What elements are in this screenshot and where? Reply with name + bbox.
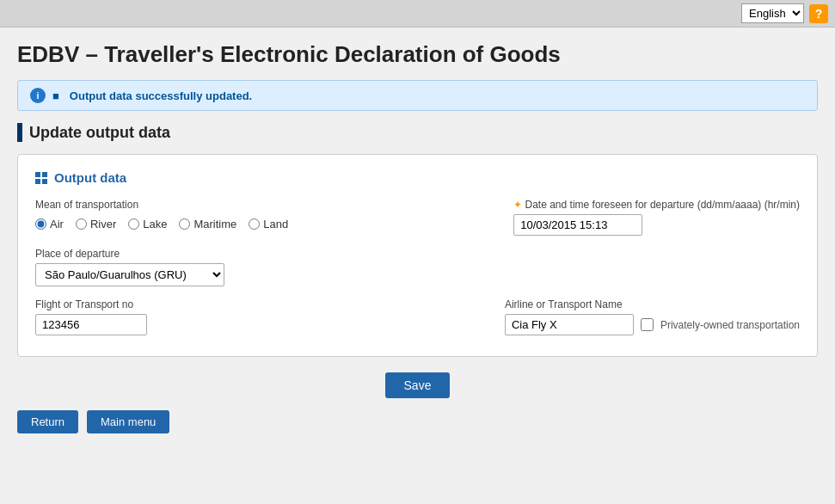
info-icon: i bbox=[30, 88, 46, 103]
success-banner: i ■ Output data successfully updated. bbox=[17, 80, 818, 111]
transportation-options: Air River Lake Maritime bbox=[35, 218, 288, 230]
radio-air[interactable]: Air bbox=[35, 218, 64, 230]
output-data-card: Output data Mean of transportation Air R… bbox=[17, 154, 818, 357]
section-heading: Update output data bbox=[17, 123, 818, 142]
save-row: Save bbox=[17, 372, 818, 398]
card-title: Output data bbox=[35, 170, 800, 185]
help-button[interactable]: ? bbox=[809, 4, 828, 23]
main-container: EDBV – Traveller's Electronic Declaratio… bbox=[0, 28, 835, 504]
place-group: Place of departure São Paulo/Guarulhos (… bbox=[35, 248, 800, 286]
place-select[interactable]: São Paulo/Guarulhos (GRU) bbox=[35, 263, 224, 286]
transportation-group: Mean of transportation Air River Lake bbox=[35, 199, 288, 230]
page-title: EDBV – Traveller's Electronic Declaratio… bbox=[17, 41, 818, 68]
save-button[interactable]: Save bbox=[385, 372, 451, 398]
top-bar: English ? bbox=[0, 0, 835, 28]
language-select[interactable]: English bbox=[741, 3, 804, 23]
flight-label: Flight or Transport no bbox=[35, 298, 147, 310]
section-title: Update output data bbox=[29, 124, 170, 142]
airline-input[interactable] bbox=[505, 314, 634, 335]
success-message: Output data successfully updated. bbox=[70, 89, 252, 102]
private-label: Privately-owned transportation bbox=[660, 319, 800, 331]
place-label: Place of departure bbox=[35, 248, 800, 260]
transportation-label: Mean of transportation bbox=[35, 199, 288, 211]
return-button[interactable]: Return bbox=[17, 410, 78, 433]
date-label: ✦ Date and time foreseen for departure (… bbox=[513, 199, 800, 211]
main-menu-button[interactable]: Main menu bbox=[87, 410, 169, 433]
radio-river[interactable]: River bbox=[76, 218, 116, 230]
radio-maritime[interactable]: Maritime bbox=[179, 218, 236, 230]
date-input[interactable] bbox=[513, 214, 642, 236]
flight-input[interactable] bbox=[35, 314, 147, 335]
footer-buttons: Return Main menu bbox=[17, 410, 818, 433]
date-group: ✦ Date and time foreseen for departure (… bbox=[513, 199, 800, 236]
grid-icon bbox=[35, 172, 47, 184]
radio-land[interactable]: Land bbox=[249, 218, 288, 230]
airline-row: Privately-owned transportation bbox=[505, 314, 800, 335]
private-checkbox[interactable] bbox=[641, 318, 654, 331]
section-bar bbox=[17, 123, 22, 142]
date-star: ✦ bbox=[513, 199, 522, 211]
airline-label: Airline or Transport Name bbox=[505, 298, 800, 310]
flight-group: Flight or Transport no bbox=[35, 298, 147, 335]
radio-lake[interactable]: Lake bbox=[128, 218, 167, 230]
airline-group: Airline or Transport Name Privately-owne… bbox=[505, 298, 800, 335]
